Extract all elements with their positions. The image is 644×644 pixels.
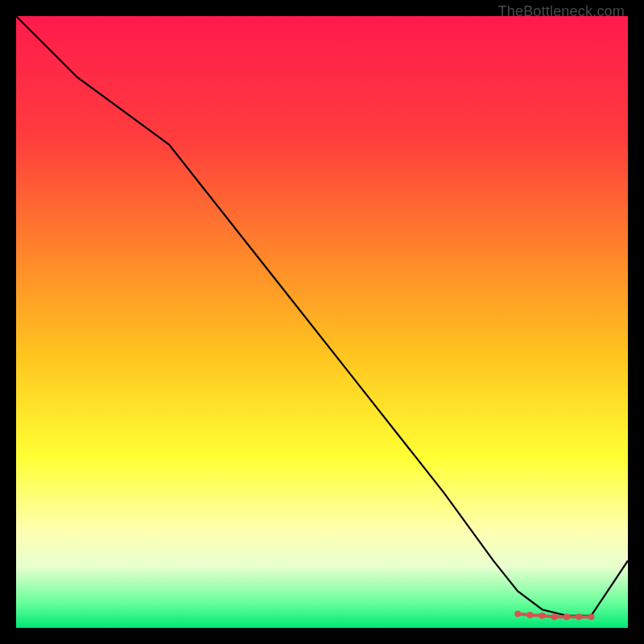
gradient-background: [16, 16, 628, 628]
optimal-zone-point: [551, 613, 558, 620]
optimal-zone-point: [539, 613, 546, 619]
optimal-zone-point: [514, 611, 521, 617]
optimal-zone-point: [588, 613, 594, 620]
optimal-zone-point: [564, 613, 570, 620]
optimal-zone-point: [576, 613, 582, 620]
plot-area: [16, 16, 628, 628]
optimal-zone-point: [526, 612, 533, 618]
chart-stage: TheBottleneck.com: [0, 0, 644, 644]
chart-svg: [16, 16, 628, 628]
